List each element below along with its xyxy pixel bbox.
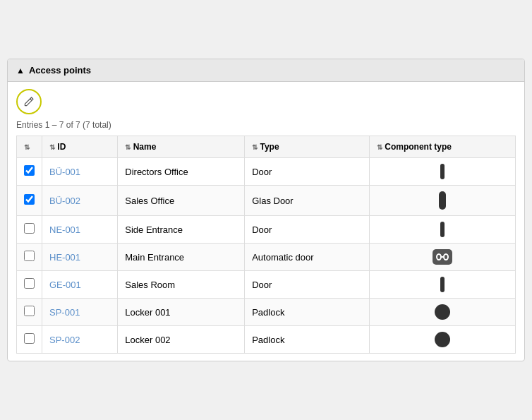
th-name[interactable]: ⇅ Name xyxy=(118,136,245,158)
row-id-link[interactable]: SP-001 xyxy=(49,307,80,318)
padlock-icon xyxy=(435,304,450,320)
door-handle-icon xyxy=(440,277,445,292)
row-component-type xyxy=(369,244,515,271)
table-row: SP-002Locker 002Padlock xyxy=(17,326,516,354)
row-component-type xyxy=(369,186,515,216)
row-id: BÜ-002 xyxy=(42,186,118,216)
table-header-row: ⇅ ⇅ ID ⇅ Name ⇅ Type ⇅ xyxy=(17,136,516,158)
row-id: SP-001 xyxy=(42,299,118,326)
card-body: Entries 1 – 7 of 7 (7 total) ⇅ ⇅ ID ⇅ Na… xyxy=(8,82,524,361)
th-type[interactable]: ⇅ Type xyxy=(245,136,370,158)
row-checkbox-cell xyxy=(17,326,42,354)
row-component-type xyxy=(369,326,515,354)
row-id: NE-001 xyxy=(42,216,118,244)
row-checkbox[interactable] xyxy=(24,251,35,261)
row-name: Main Entrance xyxy=(118,244,245,271)
row-checkbox-cell xyxy=(17,216,42,244)
row-name: Sales Room xyxy=(118,271,245,299)
link-badge-icon xyxy=(433,249,452,265)
row-id: BÜ-001 xyxy=(42,158,118,186)
collapse-chevron[interactable]: ▲ xyxy=(16,66,25,76)
row-checkbox-cell xyxy=(17,244,42,271)
row-name: Sales Office xyxy=(118,186,245,216)
row-checkbox[interactable] xyxy=(24,194,35,205)
svg-rect-0 xyxy=(437,254,441,260)
door-handle-large-icon xyxy=(439,191,446,210)
access-points-card: ▲ Access points Entries 1 – 7 of 7 (7 to… xyxy=(7,59,525,361)
row-component-type xyxy=(369,299,515,326)
th-select[interactable]: ⇅ xyxy=(17,136,42,158)
row-checkbox[interactable] xyxy=(24,278,35,289)
card-header: ▲ Access points xyxy=(8,59,524,82)
row-id-link[interactable]: BÜ-002 xyxy=(49,196,80,206)
table-row: BÜ-001Directors OfficeDoor xyxy=(17,158,516,186)
row-id-link[interactable]: BÜ-001 xyxy=(49,167,80,177)
row-name: Locker 001 xyxy=(118,299,245,326)
row-checkbox-cell xyxy=(17,186,42,216)
svg-rect-1 xyxy=(444,254,448,260)
door-handle-icon xyxy=(440,222,445,237)
row-type: Door xyxy=(245,271,370,299)
padlock-icon xyxy=(435,332,450,347)
door-handle-icon xyxy=(440,164,445,179)
row-name: Side Entrance xyxy=(118,216,245,244)
row-type: Door xyxy=(245,216,370,244)
row-component-type xyxy=(369,271,515,299)
table-row: SP-001Locker 001Padlock xyxy=(17,299,516,326)
row-id-link[interactable]: SP-002 xyxy=(49,335,80,345)
row-id-link[interactable]: NE-001 xyxy=(49,224,80,235)
row-checkbox[interactable] xyxy=(24,223,35,234)
row-checkbox[interactable] xyxy=(24,333,35,344)
table-row: BÜ-002Sales OfficeGlas Door xyxy=(17,186,516,216)
access-points-table: ⇅ ⇅ ID ⇅ Name ⇅ Type ⇅ xyxy=(16,136,516,354)
table-row: GE-001Sales RoomDoor xyxy=(17,271,516,299)
table-row: HE-001Main EntranceAutomatic door xyxy=(17,244,516,271)
row-name: Directors Office xyxy=(118,158,245,186)
row-checkbox[interactable] xyxy=(24,165,35,176)
row-id: HE-001 xyxy=(42,244,118,271)
row-checkbox-cell xyxy=(17,271,42,299)
row-checkbox-cell xyxy=(17,158,42,186)
row-id-link[interactable]: GE-001 xyxy=(49,280,81,290)
edit-button[interactable] xyxy=(16,89,42,114)
row-type: Padlock xyxy=(245,299,370,326)
entries-info: Entries 1 – 7 of 7 (7 total) xyxy=(16,120,516,130)
table-row: NE-001Side EntranceDoor xyxy=(17,216,516,244)
row-type: Glas Door xyxy=(245,186,370,216)
row-checkbox[interactable] xyxy=(24,306,35,316)
row-component-type xyxy=(369,158,515,186)
row-id: SP-002 xyxy=(42,326,118,354)
card-title: Access points xyxy=(29,65,91,76)
row-type: Automatic door xyxy=(245,244,370,271)
th-id[interactable]: ⇅ ID xyxy=(42,136,118,158)
row-type: Door xyxy=(245,158,370,186)
row-name: Locker 002 xyxy=(118,326,245,354)
row-type: Padlock xyxy=(245,326,370,354)
row-id-link[interactable]: HE-001 xyxy=(49,252,80,263)
row-component-type xyxy=(369,216,515,244)
row-id: GE-001 xyxy=(42,271,118,299)
th-component-type[interactable]: ⇅ Component type xyxy=(369,136,515,158)
row-checkbox-cell xyxy=(17,299,42,326)
